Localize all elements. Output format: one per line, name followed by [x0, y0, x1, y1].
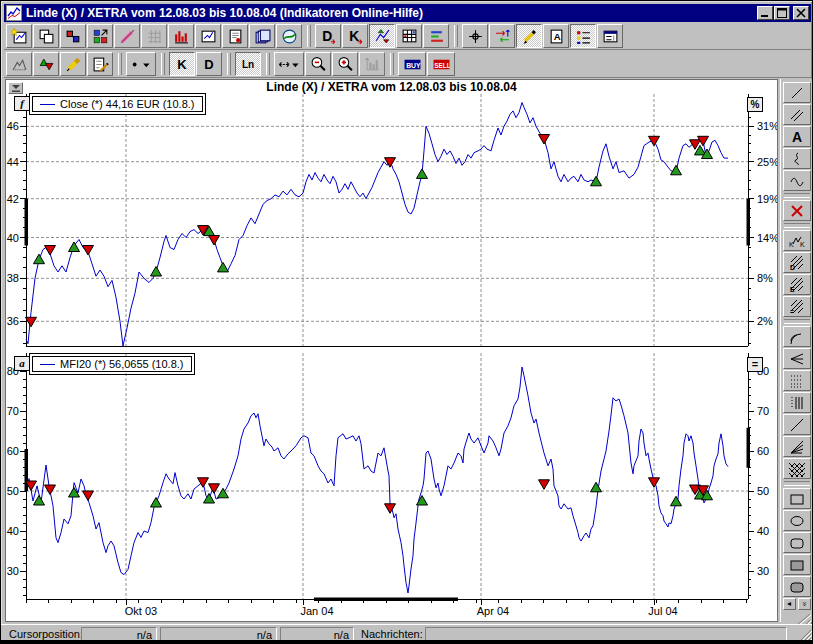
text-page-button[interactable]: A	[543, 24, 569, 48]
palette-scroll-left-button[interactable]: ◂	[783, 598, 796, 610]
indicator-pane-function-button[interactable]: a	[14, 356, 30, 371]
time-zones-tool[interactable]	[783, 392, 811, 413]
wave-tool[interactable]	[783, 170, 811, 191]
indicator-pane[interactable]	[26, 353, 748, 599]
compare-arrows-button[interactable]	[489, 24, 515, 48]
list-colored-icon	[575, 28, 592, 45]
hatch-d-tool[interactable]: D	[783, 252, 811, 273]
toolbar-standard: DKA	[4, 23, 811, 50]
properties-button[interactable]	[87, 52, 113, 76]
marker-pen-button[interactable]	[60, 52, 86, 76]
title-bar[interactable]: Linde (X) / XETRA vom 12.08.03 bis 10.08…	[4, 4, 811, 22]
quote-list-button[interactable]	[60, 24, 86, 48]
indicator-tick-label: 30	[7, 565, 19, 577]
quotes-icon	[65, 28, 82, 45]
palette-scroll-down-button[interactable]: »	[798, 598, 811, 610]
fan-lines-tool[interactable]	[783, 436, 811, 457]
histogram-button[interactable]	[168, 24, 194, 48]
fan-left-icon	[789, 351, 805, 367]
toolbar-grip	[390, 53, 394, 75]
grid-view-button[interactable]	[141, 24, 167, 48]
dotted-levels-icon	[789, 373, 805, 389]
line-chart-button[interactable]	[195, 24, 221, 48]
signal-triangles-button[interactable]	[33, 52, 59, 76]
text-a-icon: A	[789, 129, 805, 145]
crosshair-button[interactable]	[462, 24, 488, 48]
filled-rect-tool[interactable]	[783, 554, 811, 575]
minimize-button[interactable]	[757, 6, 773, 20]
zoom-out-button[interactable]	[305, 52, 331, 76]
ellipse-icon	[789, 513, 805, 529]
round-rect-icon	[789, 535, 805, 551]
signal-chart-button[interactable]	[369, 24, 395, 48]
mountain-chart-button[interactable]	[6, 52, 32, 76]
scale-axis-button[interactable]: =	[747, 357, 763, 372]
indicator-tick-label: 60	[7, 445, 19, 457]
filled-rect-icon	[789, 557, 805, 573]
svg-text:K: K	[789, 241, 794, 248]
hatch-e-tool[interactable]: E	[783, 274, 811, 295]
rounded-rect-tool[interactable]	[783, 532, 811, 553]
parallel-lines-tool[interactable]	[783, 104, 811, 125]
svg-text:=: =	[790, 308, 794, 315]
edit-pen-button[interactable]	[114, 24, 140, 48]
k-export-button[interactable]: K	[342, 24, 368, 48]
window-title: Linde (X) / XETRA vom 12.08.03 bis 10.08…	[26, 6, 756, 20]
pattern-tool[interactable]: KK	[783, 230, 811, 251]
page-stack-button[interactable]	[249, 24, 275, 48]
new-chart-button[interactable]	[6, 24, 32, 48]
cursor-field-3: n/a	[280, 627, 354, 641]
k-chart-button[interactable]: K	[169, 52, 195, 76]
crosshatch-tool[interactable]	[783, 458, 811, 479]
price-pane[interactable]	[26, 94, 748, 346]
hatch-lines-tool[interactable]: =	[783, 296, 811, 317]
period-dot-dropdown[interactable]	[126, 52, 156, 76]
fibonacci-arcs-tool[interactable]	[783, 326, 811, 347]
freehand-tool[interactable]	[783, 148, 811, 169]
indicator-tick-label: 70	[7, 405, 19, 417]
filled-round-rect-icon	[789, 579, 805, 595]
trendline-tool[interactable]	[783, 414, 811, 435]
retracement-tool[interactable]	[783, 370, 811, 391]
world-chart-button[interactable]	[276, 24, 302, 48]
zoom-in-icon	[337, 56, 354, 73]
chart-title: Linde (X) / XETRA vom 12.08.03 bis 10.08…	[6, 80, 777, 94]
d-export-button[interactable]: D	[315, 24, 341, 48]
toolbar-grip	[266, 53, 270, 75]
text-tool[interactable]: A	[783, 126, 811, 147]
signal-triangles-icon	[38, 56, 55, 73]
toolbar-grip	[227, 53, 231, 75]
svg-text:A: A	[792, 129, 802, 145]
log-scale-button[interactable]: Ln	[235, 52, 261, 76]
rectangle-tool[interactable]	[783, 488, 811, 509]
percent-axis-button[interactable]: %	[747, 97, 763, 112]
copy-button[interactable]	[33, 24, 59, 48]
draw-pen-button[interactable]	[516, 24, 542, 48]
portfolio-button[interactable]	[87, 24, 113, 48]
detail-panel-button[interactable]	[597, 24, 623, 48]
pattern-k-icon: KK	[789, 233, 805, 249]
chart-canvas[interactable]: 4631%4425%4219%4014%388%362%808070706060…	[6, 80, 777, 621]
price-pane-function-button[interactable]: f	[14, 96, 30, 111]
sell-button[interactable]: SELL	[427, 52, 455, 76]
buy-button[interactable]: BUY	[398, 52, 426, 76]
d-chart-button[interactable]: D	[196, 52, 222, 76]
close-button[interactable]	[793, 6, 809, 20]
zoom-out-icon	[310, 56, 327, 73]
filled-rounded-rect-tool[interactable]	[783, 576, 811, 597]
ellipse-tool[interactable]	[783, 510, 811, 531]
certificate-button[interactable]	[222, 24, 248, 48]
table-chart-button[interactable]	[396, 24, 422, 48]
pane-collapse-button[interactable]	[8, 82, 23, 94]
bar-width-dropdown[interactable]	[274, 52, 304, 76]
delete-tool[interactable]	[783, 200, 811, 221]
axis-scale-button[interactable]	[359, 52, 385, 76]
hbar-chart-button[interactable]	[423, 24, 449, 48]
maximize-button[interactable]	[774, 6, 790, 20]
zoom-in-button[interactable]	[332, 52, 358, 76]
minimize-icon	[758, 7, 772, 19]
window-resize-grip[interactable]	[798, 627, 812, 641]
fan-left-tool[interactable]	[783, 348, 811, 369]
annotation-list-button[interactable]	[570, 24, 596, 48]
draw-line-tool[interactable]	[783, 82, 811, 103]
